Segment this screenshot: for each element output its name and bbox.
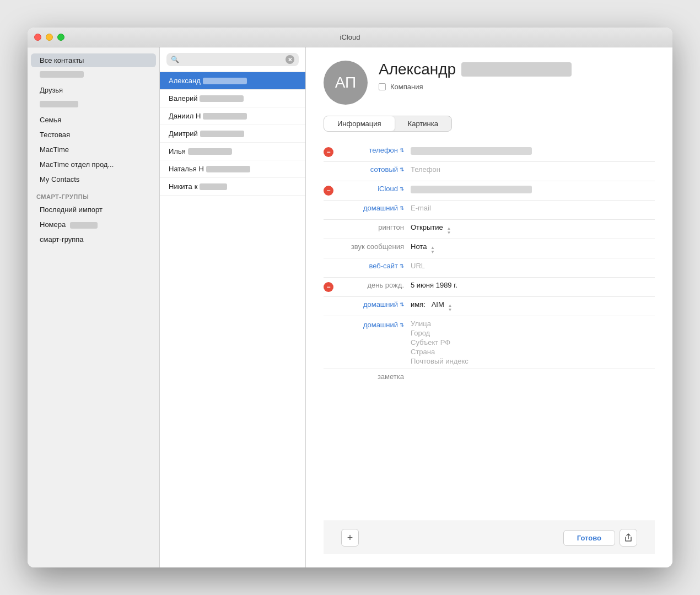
sidebar-item-blurred-1[interactable] <box>31 68 156 82</box>
smart-groups-label: Смарт-группы <box>28 187 159 202</box>
icloud-value[interactable] <box>411 185 655 193</box>
icloud-stepper-icon: ⇅ <box>400 186 404 192</box>
contact-item-2[interactable]: Валерий <box>160 90 305 107</box>
contact-item-6[interactable]: Наталья Н <box>160 160 305 178</box>
phone-value[interactable] <box>411 146 655 155</box>
sidebar-item-all-contacts[interactable]: Все контакты <box>31 53 156 67</box>
close-button[interactable] <box>34 34 41 41</box>
company-checkbox[interactable] <box>379 83 386 90</box>
contact-item-5[interactable]: Илья <box>160 143 305 160</box>
website-label[interactable]: веб-сайт ⇅ <box>339 262 404 270</box>
phone-value-blur <box>411 147 532 155</box>
address-label[interactable]: домашний ⇅ <box>339 321 404 329</box>
contact-list: 🔍 ✕ Александ Валерий Даниил Н Дмитрий <box>160 47 306 567</box>
email-placeholder[interactable]: E-mail <box>411 204 655 212</box>
icloud-label-col: iCloud ⇅ <box>339 185 411 193</box>
search-clear-button[interactable]: ✕ <box>286 55 294 64</box>
address-city[interactable]: Город <box>411 329 655 337</box>
field-row-message-sound: звук сообщения Нота ▲ ▼ <box>324 239 655 258</box>
sidebar-item-last-import[interactable]: Последний импорт <box>31 203 156 217</box>
add-button[interactable]: + <box>341 529 359 547</box>
delete-phone-button[interactable]: − <box>324 147 333 157</box>
address-zip[interactable]: Почтовый индекс <box>411 357 655 365</box>
field-row-ringtone: рингтон Открытие ▲ ▼ <box>324 220 655 239</box>
sidebar-item-mactime[interactable]: MacTime <box>31 143 156 156</box>
sidebar-item-blurred-2[interactable] <box>31 98 156 112</box>
phone-placeholder[interactable]: Телефон <box>411 165 655 174</box>
phone-sub-stepper-icon: ⇅ <box>400 166 404 172</box>
search-bar: 🔍 ✕ <box>160 47 305 72</box>
contact-full-name: Александр <box>379 61 655 78</box>
minimize-button[interactable] <box>46 34 53 41</box>
contact-item-7[interactable]: Никита к <box>160 178 305 196</box>
search-icon: 🔍 <box>171 56 179 63</box>
address-street[interactable]: Улица <box>411 320 655 328</box>
phone-label-col: телефон ⇅ <box>339 146 411 154</box>
note-label: заметка <box>339 372 404 381</box>
phone-sub-label-col: сотовый ⇅ <box>339 165 411 174</box>
sidebar-item-smart-group[interactable]: смарт-группа <box>31 232 156 246</box>
company-row: Компания <box>379 83 655 91</box>
ringtone-label: рингтон <box>339 223 404 231</box>
sidebar-item-mactime-otdel[interactable]: MacTime отдел прод... <box>31 158 156 171</box>
im-stepper-icon: ⇅ <box>400 301 404 307</box>
delete-icloud-button[interactable]: − <box>324 186 333 196</box>
field-row-note: заметка <box>324 369 655 388</box>
tab-picture[interactable]: Картинка <box>395 116 451 131</box>
field-row-phone: − телефон ⇅ <box>324 143 655 162</box>
icloud-label[interactable]: iCloud ⇅ <box>339 185 404 193</box>
address-country[interactable]: Страна <box>411 348 655 356</box>
icloud-value-blur <box>411 186 532 193</box>
website-stepper-icon: ⇅ <box>400 263 404 269</box>
field-row-website: веб-сайт ⇅ URL <box>324 258 655 278</box>
website-value[interactable]: URL <box>411 262 655 270</box>
titlebar: iCloud <box>28 28 672 47</box>
fields-container: − телефон ⇅ <box>324 143 655 521</box>
sidebar-item-family[interactable]: Семья <box>31 113 156 127</box>
im-label[interactable]: домашний ⇅ <box>339 300 404 309</box>
done-button[interactable]: Готово <box>563 530 615 546</box>
ringtone-stepper[interactable]: ▲ ▼ <box>446 226 451 235</box>
birthday-value[interactable]: 5 июня 1989 г. <box>411 281 655 289</box>
address-label-col: домашний ⇅ <box>339 320 411 329</box>
sidebar-item-friends[interactable]: Друзья <box>31 83 156 97</box>
window-title: iCloud <box>340 33 360 41</box>
sidebar-item-numbers[interactable]: Номера <box>31 218 156 231</box>
ringtone-value[interactable]: Открытие ▲ ▼ <box>411 223 655 235</box>
website-label-col: веб-сайт ⇅ <box>339 262 411 270</box>
field-delete-phone: − <box>324 147 335 158</box>
delete-birthday-button[interactable]: − <box>324 282 333 292</box>
sidebar-item-my-contacts[interactable]: My Contacts <box>31 172 156 186</box>
app-window: iCloud Все контакты Друзья Семья Тестова… <box>28 28 672 567</box>
sidebar-item-test[interactable]: Тестовая <box>31 128 156 142</box>
message-sound-value[interactable]: Нота ▲ ▼ <box>411 242 655 255</box>
address-value[interactable]: Улица Город Субъект РФ Страна Почтовый и… <box>411 320 655 365</box>
search-container[interactable]: 🔍 ✕ <box>166 53 299 66</box>
field-delete-icloud: − <box>324 186 335 197</box>
im-label-col: домашний ⇅ <box>339 300 411 309</box>
phone-sub-label[interactable]: сотовый ⇅ <box>339 165 404 174</box>
icloud-sub-label-col: домашний ⇅ <box>339 204 411 212</box>
icloud-sub-label[interactable]: домашний ⇅ <box>339 204 404 212</box>
birthday-label: день рожд. <box>339 281 404 289</box>
field-row-icloud: − iCloud ⇅ <box>324 181 655 201</box>
phone-label[interactable]: телефон ⇅ <box>339 146 404 154</box>
message-sound-stepper[interactable]: ▲ ▼ <box>430 246 435 255</box>
address-region[interactable]: Субъект РФ <box>411 338 655 347</box>
contact-item-3[interactable]: Даниил Н <box>160 107 305 125</box>
search-input[interactable] <box>181 56 283 64</box>
share-button[interactable] <box>620 529 637 547</box>
main-content: Все контакты Друзья Семья Тестовая MacTi… <box>28 47 672 567</box>
contact-last-name-blurred <box>461 62 572 77</box>
field-row-im: домашний ⇅ имя: AIM ▲ ▼ <box>324 297 655 316</box>
traffic-lights <box>34 34 64 41</box>
contact-item-4[interactable]: Дмитрий <box>160 125 305 143</box>
maximize-button[interactable] <box>57 34 64 41</box>
tabs-container: Информация Картинка <box>324 116 452 132</box>
sidebar: Все контакты Друзья Семья Тестовая MacTi… <box>28 47 160 567</box>
field-row-phone-sub: сотовый ⇅ Телефон <box>324 162 655 181</box>
aim-stepper[interactable]: ▲ ▼ <box>448 304 452 312</box>
contact-item-1[interactable]: Александ <box>160 72 305 90</box>
im-value[interactable]: имя: AIM ▲ ▼ <box>411 300 655 312</box>
tab-info[interactable]: Информация <box>324 116 395 131</box>
